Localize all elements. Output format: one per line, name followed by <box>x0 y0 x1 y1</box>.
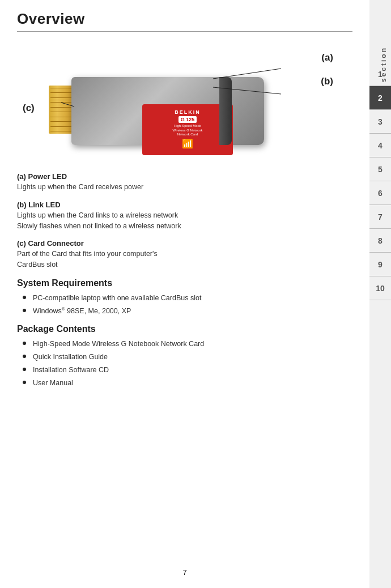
sidebar-item-8[interactable]: 8 <box>369 229 391 253</box>
card-image: BELKIN G 125 High-Speed ModeWireless G N… <box>37 54 264 145</box>
list-item: PC-compatible laptop with one available … <box>17 293 352 304</box>
bullet-dot <box>23 368 26 371</box>
sidebar-item-6[interactable]: 6 <box>369 181 391 205</box>
power-led-section: (a) Power LED Lights up when the Card re… <box>17 172 352 193</box>
package-contents-section: Package Contents High-Speed Mode Wireles… <box>17 324 352 388</box>
bullet-dot <box>23 381 26 384</box>
callout-a-label: (a) <box>321 52 333 63</box>
main-content: Overview <box>0 0 369 588</box>
bullet-dot <box>23 355 26 358</box>
sidebar-item-3[interactable]: 3 <box>369 110 391 134</box>
section-numbers: 1 2 3 4 5 6 7 8 9 10 <box>369 62 391 300</box>
sidebar-item-5[interactable]: 5 <box>369 157 391 181</box>
list-item: Quick Installation Guide <box>17 352 352 363</box>
card-connector-line1: Part of the Card that fits into your com… <box>17 249 352 259</box>
callout-c-label: (c) <box>23 103 35 114</box>
bullet-dot <box>23 309 26 312</box>
sidebar: section 1 2 3 4 5 6 7 8 9 10 <box>369 0 391 588</box>
card-right-edge <box>219 77 232 145</box>
sidebar-item-9[interactable]: 9 <box>369 253 391 276</box>
list-item: Windows® 98SE, Me, 2000, XP <box>17 306 352 317</box>
page-wrapper: Overview <box>0 0 391 588</box>
link-led-heading: (b) Link LED <box>17 201 352 209</box>
package-contents-heading: Package Contents <box>17 324 352 334</box>
list-item: User Manual <box>17 378 352 389</box>
callout-b-label: (b) <box>321 76 333 87</box>
list-item: High-Speed Mode Wireless G Notebook Netw… <box>17 339 352 350</box>
sidebar-item-4[interactable]: 4 <box>369 134 391 157</box>
image-area: BELKIN G 125 High-Speed ModeWireless G N… <box>20 37 349 162</box>
bullet-dot <box>23 296 26 299</box>
link-led-line2: Slowly flashes when not linked to a wire… <box>17 221 352 232</box>
sidebar-item-7[interactable]: 7 <box>369 205 391 229</box>
card-connector-heading: (c) Card Connector <box>17 239 352 248</box>
system-req-item-2: Windows® 98SE, Me, 2000, XP <box>33 306 131 317</box>
power-led-heading: (a) Power LED <box>17 172 352 181</box>
wifi-icon: 📶 <box>182 138 193 149</box>
package-contents-list: High-Speed Mode Wireless G Notebook Netw… <box>17 339 352 388</box>
card-body: BELKIN G 125 High-Speed ModeWireless G N… <box>71 77 264 145</box>
link-led-section: (b) Link LED Lights up when the Card lin… <box>17 201 352 232</box>
sidebar-item-10[interactable]: 10 <box>369 276 391 300</box>
system-req-item-1: PC-compatible laptop with one available … <box>33 293 201 304</box>
sidebar-item-2[interactable]: 2 <box>369 86 391 110</box>
link-led-line1: Lights up when the Card links to a wirel… <box>17 210 352 221</box>
package-item-1: High-Speed Mode Wireless G Notebook Netw… <box>33 339 204 350</box>
list-item: Installation Software CD <box>17 365 352 376</box>
card-connector-section: (c) Card Connector Part of the Card that… <box>17 239 352 270</box>
system-requirements-section: System Requirements PC-compatible laptop… <box>17 278 352 317</box>
package-item-2: Quick Installation Guide <box>33 352 108 363</box>
package-item-3: Installation Software CD <box>33 365 109 376</box>
card-connector-line2: CardBus slot <box>17 259 352 270</box>
package-item-4: User Manual <box>33 378 73 389</box>
system-requirements-heading: System Requirements <box>17 278 352 288</box>
power-led-text: Lights up when the Card receives power <box>17 182 352 193</box>
system-requirements-list: PC-compatible laptop with one available … <box>17 293 352 317</box>
bullet-dot <box>23 342 26 345</box>
page-title: Overview <box>17 10 352 32</box>
card-brand: BELKIN <box>175 109 201 115</box>
section-label: section <box>380 46 388 82</box>
card-title-text: High-Speed ModeWireless G NetworkNetwork… <box>172 124 202 137</box>
page-number: 7 <box>182 568 186 577</box>
card-g125: G 125 <box>178 116 197 123</box>
